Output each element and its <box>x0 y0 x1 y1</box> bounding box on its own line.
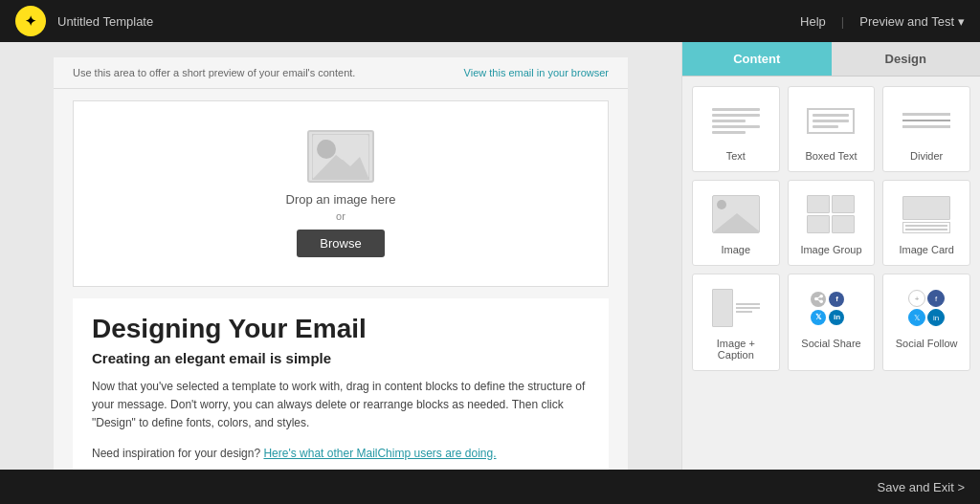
block-image-caption[interactable]: Image + Caption <box>692 274 780 371</box>
save-exit-button[interactable]: Save and Exit > <box>878 480 965 494</box>
nav-separator: | <box>841 14 844 29</box>
block-boxed-text-label: Boxed Text <box>805 150 857 162</box>
block-text[interactable]: Text <box>692 86 780 172</box>
drop-or-text: or <box>336 210 345 222</box>
email-paragraph-2: Need inspiration for your design? Here's… <box>92 445 590 463</box>
follow-icon-twitter: 𝕏 <box>908 309 925 326</box>
block-social-follow[interactable]: + f 𝕏 in Social Follow <box>882 274 970 371</box>
boxed-text-block-icon <box>802 97 859 144</box>
right-panel: Content Design Text <box>681 42 980 470</box>
block-image-card-label: Image Card <box>899 244 953 255</box>
email-heading: Designing Your Email <box>92 314 590 344</box>
block-social-share[interactable]: f 𝕏 in Social Share <box>788 274 876 371</box>
image-drop-zone[interactable]: Drop an image here or Browse <box>73 100 609 287</box>
image-placeholder-icon <box>307 130 374 183</box>
share-icon-twitter: 𝕏 <box>811 310 826 325</box>
follow-icon-facebook: f <box>927 290 945 307</box>
email-canvas: Use this area to offer a short preview o… <box>54 57 628 470</box>
block-divider-label: Divider <box>910 150 943 162</box>
panel-tabs: Content Design <box>682 42 980 77</box>
drop-text: Drop an image here <box>286 192 396 207</box>
follow-icon-plus: + <box>908 290 925 307</box>
template-title: Untitled Template <box>57 14 153 29</box>
social-share-block-icon: f 𝕏 in <box>802 284 859 332</box>
help-link[interactable]: Help <box>800 14 826 29</box>
chevron-down-icon: ▾ <box>958 14 965 29</box>
view-browser-link[interactable]: View this email in your browser <box>464 67 609 78</box>
social-follow-block-icon: + f 𝕏 in <box>898 284 955 332</box>
svg-point-3 <box>819 295 823 298</box>
image-placeholder-svg <box>312 134 369 180</box>
block-social-follow-label: Social Follow <box>896 338 958 349</box>
svg-point-4 <box>814 297 818 301</box>
share-icon-facebook: f <box>829 292 844 307</box>
preview-text-bar: Use this area to offer a short preview o… <box>54 57 628 89</box>
block-boxed-text[interactable]: Boxed Text <box>788 86 876 172</box>
tab-content[interactable]: Content <box>682 42 832 76</box>
email-body: Designing Your Email Creating an elegant… <box>73 298 609 470</box>
email-subheading: Creating an elegant email is simple <box>92 350 590 366</box>
block-image-label: Image <box>722 244 751 255</box>
inspiration-link[interactable]: Here's what other MailChimp users are do… <box>263 447 496 460</box>
image-block-icon <box>707 190 765 238</box>
block-text-label: Text <box>726 150 746 162</box>
block-image-caption-label: Image + Caption <box>699 338 773 361</box>
image-card-block-icon <box>898 190 955 238</box>
top-navigation: ✦ Untitled Template Help | Preview and T… <box>0 0 980 42</box>
paragraph-2-prefix: Need inspiration for your design? <box>92 447 260 460</box>
main-content: Use this area to offer a short preview o… <box>0 42 980 470</box>
block-divider[interactable]: Divider <box>882 86 970 172</box>
divider-block-icon <box>898 97 955 144</box>
email-canvas-wrapper[interactable]: Use this area to offer a short preview o… <box>0 42 681 470</box>
share-icon-gray <box>811 292 826 307</box>
preview-text: Use this area to offer a short preview o… <box>73 67 355 78</box>
content-blocks-grid: Text Boxed Text <box>692 86 970 371</box>
share-icon-linkedin: in <box>829 310 844 325</box>
image-caption-block-icon <box>707 284 765 332</box>
preview-test-button[interactable]: Preview and Test ▾ <box>859 14 965 29</box>
block-social-share-label: Social Share <box>801 338 860 349</box>
browse-button[interactable]: Browse <box>297 230 384 257</box>
email-paragraph-1: Now that you've selected a template to w… <box>92 378 590 433</box>
panel-content: Text Boxed Text <box>682 77 980 470</box>
image-group-block-icon <box>802 190 859 238</box>
follow-icon-linkedin: in <box>927 309 945 326</box>
block-image-group[interactable]: Image Group <box>788 180 876 266</box>
bottom-bar: Save and Exit > <box>0 470 980 504</box>
svg-point-1 <box>319 140 332 153</box>
text-block-icon <box>707 97 765 144</box>
block-image-group-label: Image Group <box>800 244 861 255</box>
block-image-card[interactable]: Image Card <box>882 180 970 266</box>
svg-point-5 <box>819 299 823 303</box>
tab-design[interactable]: Design <box>832 42 981 76</box>
nav-right: Help | Preview and Test ▾ <box>800 14 965 29</box>
mailchimp-logo: ✦ <box>15 6 46 36</box>
block-image[interactable]: Image <box>692 180 780 266</box>
